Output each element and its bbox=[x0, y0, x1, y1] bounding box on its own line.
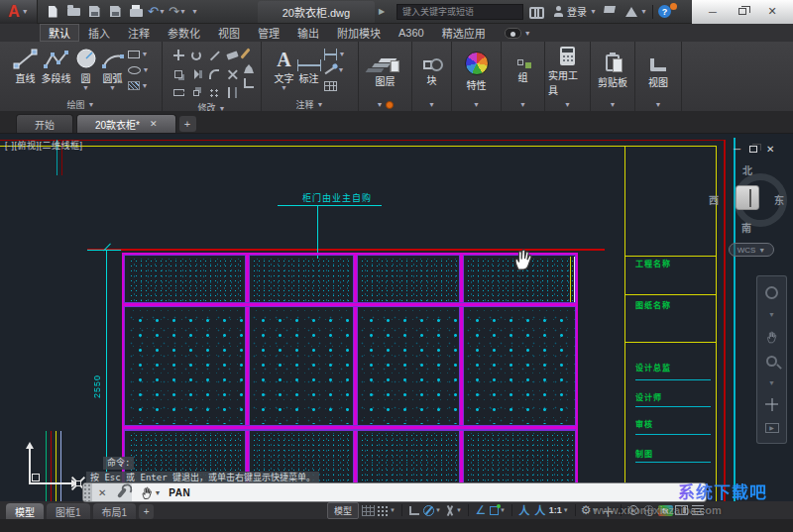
save-as-icon[interactable] bbox=[108, 5, 122, 19]
text-button[interactable]: A 文字 ▼ bbox=[275, 46, 294, 91]
array-icon[interactable] bbox=[209, 88, 220, 98]
offset-icon[interactable] bbox=[228, 87, 237, 98]
redo-icon[interactable]: ↷▼ bbox=[170, 5, 184, 19]
dimension-button[interactable]: 标注 bbox=[297, 46, 321, 84]
search-binoculars-icon[interactable] bbox=[529, 7, 544, 16]
undo-icon[interactable]: ↶▼ bbox=[150, 5, 164, 19]
navigation-wheel-icon[interactable] bbox=[765, 286, 778, 299]
explode-icon[interactable] bbox=[223, 65, 241, 83]
view-icon[interactable] bbox=[650, 58, 666, 71]
panel-draw-footer[interactable]: 绘图▼ bbox=[0, 98, 162, 111]
pan-hand-icon[interactable] bbox=[765, 330, 779, 344]
new-file-icon[interactable] bbox=[46, 5, 59, 19]
help-button[interactable]: ? bbox=[658, 5, 671, 18]
ribbon-tab-output[interactable]: 输出 bbox=[288, 24, 328, 42]
doc-switch-arrow-icon[interactable]: ▶ bbox=[379, 7, 385, 16]
panel-properties-footer[interactable]: ▼ bbox=[452, 98, 501, 111]
panel-block-footer[interactable]: ▼ bbox=[412, 98, 451, 111]
clipboard-icon[interactable] bbox=[606, 54, 620, 71]
ribbon-tab-annotate[interactable]: 注释 bbox=[119, 24, 159, 42]
ellipse-button[interactable]: ▼ bbox=[128, 63, 150, 76]
panel-view-footer[interactable]: ▼ bbox=[635, 98, 681, 111]
annotation-scale-button[interactable]: 1:1▼ bbox=[549, 502, 570, 518]
file-tab-start[interactable]: 开始 bbox=[16, 114, 73, 133]
dimstyle-button[interactable]: ▼ bbox=[324, 48, 346, 60]
viewcube-east-label[interactable]: 东 bbox=[774, 192, 784, 207]
isolate-objects-button[interactable] bbox=[626, 502, 640, 518]
new-layout-button[interactable]: + bbox=[139, 504, 154, 519]
osnap-tracking-toggle[interactable]: ∠ bbox=[474, 502, 488, 518]
plot-icon[interactable] bbox=[129, 5, 143, 19]
zoom-icon[interactable] bbox=[766, 356, 777, 367]
panel-group-footer[interactable]: ▼ bbox=[502, 98, 544, 111]
layout-tab-frame1[interactable]: 图框1 bbox=[47, 503, 90, 519]
show-motion-icon[interactable]: ▶ bbox=[765, 423, 779, 433]
polyline-button[interactable]: 多段线 bbox=[42, 46, 71, 84]
close-icon[interactable]: ✕ bbox=[150, 119, 158, 129]
chevron-down-icon[interactable]: ▼ bbox=[109, 84, 116, 91]
layout-tab-layout1[interactable]: 布局1 bbox=[93, 503, 137, 519]
navigation-wheel-button[interactable] bbox=[642, 502, 656, 518]
orbit-icon[interactable] bbox=[765, 398, 778, 411]
close-button[interactable]: ✕ bbox=[757, 0, 787, 24]
file-tab-document[interactable]: 20款衣柜* ✕ bbox=[76, 114, 176, 133]
ribbon-tab-default[interactable]: 默认 bbox=[40, 24, 79, 42]
block-icon[interactable] bbox=[423, 60, 432, 69]
ribbon-tab-view[interactable]: 视图 bbox=[209, 24, 249, 42]
viewcube-north-label[interactable]: 北 bbox=[742, 162, 752, 177]
hatch-button[interactable]: ▼ bbox=[128, 79, 150, 92]
command-bar-grip[interactable] bbox=[83, 483, 92, 501]
sign-in-dropdown-icon[interactable]: ▼ bbox=[590, 8, 597, 15]
active-command-text[interactable]: PAN bbox=[169, 487, 190, 498]
viewcube[interactable] bbox=[736, 185, 759, 210]
viewcube-south-label[interactable]: 南 bbox=[741, 220, 751, 235]
viewport-restore-icon[interactable] bbox=[749, 146, 757, 153]
matchprop-icon[interactable] bbox=[240, 48, 250, 58]
qat-customize-icon[interactable]: ▼ bbox=[191, 8, 198, 15]
units-button[interactable] bbox=[691, 502, 705, 518]
erase-icon[interactable] bbox=[226, 51, 238, 59]
isometric-toggle[interactable]: ▼ bbox=[444, 502, 463, 518]
model-space-button[interactable]: 模型 bbox=[327, 502, 359, 519]
annotation-autoscale-toggle[interactable]: 人 bbox=[533, 502, 547, 518]
rotate-icon[interactable] bbox=[191, 51, 201, 60]
ortho-toggle[interactable] bbox=[407, 502, 421, 518]
stretch-icon[interactable] bbox=[173, 89, 184, 96]
graphics-performance-button[interactable]: fx bbox=[658, 502, 673, 518]
viewport-minimize-icon[interactable]: ─ bbox=[734, 144, 740, 155]
customize-button[interactable]: ＋ bbox=[602, 502, 616, 518]
stamp-icon[interactable] bbox=[244, 64, 254, 73]
line-button[interactable]: 直线 bbox=[13, 46, 39, 84]
cart-icon[interactable] bbox=[604, 6, 616, 13]
circle-button[interactable]: 圆 ▼ bbox=[74, 46, 98, 91]
ribbon-tab-insert[interactable]: 插入 bbox=[79, 24, 119, 42]
panel-annotate-footer[interactable]: 注释▼ bbox=[262, 98, 358, 111]
rectangle-button[interactable]: ▼ bbox=[128, 48, 150, 60]
move-icon[interactable] bbox=[172, 50, 185, 61]
command-bar[interactable]: ✕ ▼ PAN bbox=[83, 483, 706, 501]
chevron-down-icon[interactable]: ▼ bbox=[768, 311, 775, 318]
a360-icon[interactable] bbox=[625, 7, 637, 17]
leader-button[interactable]: ▼ bbox=[324, 63, 346, 76]
group-icon[interactable] bbox=[517, 59, 523, 65]
sign-in-button[interactable]: 登录 bbox=[567, 4, 587, 19]
panel-clipboard-footer[interactable]: ▼ bbox=[591, 98, 634, 111]
ribbon-tab-a360[interactable]: A360 bbox=[390, 24, 433, 42]
drawing-canvas[interactable]: [-][俯视][二维线框] 2550 柜门由业主自购 bbox=[0, 134, 793, 501]
ribbon-tab-parametric[interactable]: 参数化 bbox=[159, 24, 209, 42]
a360-dropdown-icon[interactable]: ▼ bbox=[640, 8, 647, 15]
scale-icon[interactable] bbox=[193, 90, 199, 96]
trim-icon[interactable] bbox=[205, 47, 223, 64]
viewcube-west-label[interactable]: 西 bbox=[709, 192, 719, 207]
layers-icon[interactable] bbox=[378, 58, 396, 62]
arc-button[interactable]: 圆弧 ▼ bbox=[101, 46, 125, 91]
ribbon-tab-manage[interactable]: 管理 bbox=[249, 24, 288, 42]
viewport-close-icon[interactable]: ✕ bbox=[766, 144, 774, 155]
ribbon-tab-addins[interactable]: 附加模块 bbox=[328, 24, 390, 42]
snap-toggle[interactable]: ▼ bbox=[377, 502, 396, 518]
wcs-dropdown[interactable]: WCS▼ bbox=[729, 243, 774, 257]
command-customize-button[interactable] bbox=[112, 483, 132, 501]
chevron-down-icon[interactable]: ▼ bbox=[768, 379, 775, 386]
object-snap-toggle[interactable]: ▼ bbox=[490, 502, 507, 518]
mirror-icon[interactable] bbox=[194, 69, 199, 79]
